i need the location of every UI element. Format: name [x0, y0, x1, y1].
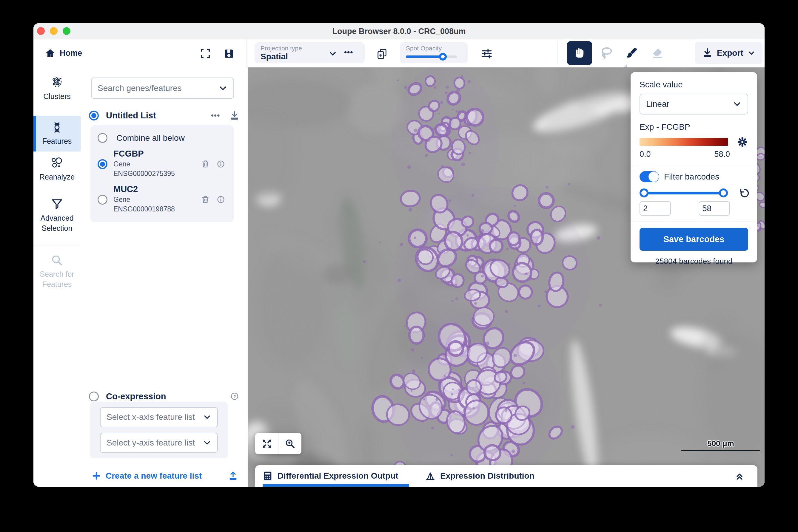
- hand-icon: [573, 46, 586, 60]
- distribution-chart-icon: [425, 471, 435, 481]
- search-icon: [51, 254, 63, 267]
- pan-tool-button[interactable]: [567, 41, 592, 65]
- svg-text:?: ?: [233, 394, 236, 399]
- chevron-down-icon: [203, 439, 211, 447]
- clusters-icon: [51, 76, 63, 89]
- projection-type-control[interactable]: Projection type Spatial •••: [255, 42, 365, 63]
- filter-barcodes-toggle[interactable]: [639, 171, 659, 182]
- projection-menu-button[interactable]: •••: [344, 48, 353, 57]
- download-icon: [702, 48, 713, 58]
- sidebar-item-clusters[interactable]: Clusters: [33, 76, 80, 101]
- brush-tool-button[interactable]: [619, 41, 644, 65]
- zoom-in-button[interactable]: [278, 433, 302, 454]
- toolbar-divider: [246, 39, 247, 68]
- feature-type: Gene: [113, 160, 130, 168]
- colormap-min-value: 0.0: [639, 150, 651, 159]
- spot-opacity-label: Spot Opacity: [406, 45, 442, 52]
- upload-icon[interactable]: [228, 471, 238, 481]
- tab-differential-expression-output[interactable]: Differential Expression Output: [262, 465, 398, 487]
- app-window: Loupe Browser 8.0.0 - CRC_008um Home Pro…: [33, 23, 765, 487]
- calculator-icon: [262, 471, 273, 481]
- plus-icon: [92, 472, 101, 480]
- download-list-icon[interactable]: [230, 111, 240, 121]
- feature-list-name: Untitled List: [106, 111, 201, 120]
- trash-icon[interactable]: [200, 159, 211, 169]
- collapse-panel-icon[interactable]: [734, 471, 745, 481]
- create-feature-list-label: Create a new feature list: [106, 471, 202, 481]
- reset-filter-icon[interactable]: [739, 188, 750, 199]
- rail-divider: [33, 245, 80, 245]
- scale-mode-select[interactable]: Linear: [639, 94, 748, 115]
- coexpression-card: Select x-axis feature list Select y-axis…: [90, 402, 228, 458]
- bottom-tab-bar: Differential Expression Output Expressio…: [255, 465, 757, 487]
- desktop-background: Loupe Browser 8.0.0 - CRC_008um Home Pro…: [0, 0, 798, 532]
- fit-view-button[interactable]: [255, 433, 278, 454]
- tab-expression-distribution[interactable]: Expression Distribution: [425, 465, 534, 487]
- fullscreen-icon[interactable]: [200, 48, 211, 59]
- gear-icon[interactable]: [737, 136, 748, 148]
- sidebar-item-label: Clusters: [43, 91, 71, 101]
- info-icon[interactable]: [216, 194, 226, 205]
- spot-opacity-slider[interactable]: [406, 55, 457, 58]
- chevron-down-icon: [203, 413, 211, 421]
- feature-list-header: Untitled List •••: [89, 107, 240, 124]
- sidebar-item-advanced-selection[interactable]: Advanced Selection: [33, 198, 80, 233]
- save-icon[interactable]: [223, 48, 235, 59]
- window-title: Loupe Browser 8.0.0 - CRC_008um: [33, 23, 765, 39]
- scale-bar-label: 500 μm: [681, 439, 760, 448]
- create-feature-list-button[interactable]: Create a new feature list: [92, 468, 238, 484]
- spatial-viewer[interactable]: Scale value Linear Exp - FCGBP: [248, 68, 765, 487]
- sidebar-item-search-for-features[interactable]: Search for Features: [33, 254, 80, 289]
- trash-icon[interactable]: [200, 194, 211, 205]
- export-button[interactable]: Export: [695, 42, 762, 64]
- sidebar-item-label: Reanalyze: [39, 172, 75, 182]
- titlebar: Loupe Browser 8.0.0 - CRC_008um: [33, 23, 765, 39]
- coexpression-label: Co-expression: [106, 392, 220, 401]
- spot-opacity-handle[interactable]: [439, 53, 447, 60]
- expression-colormap-gradient: [639, 138, 728, 146]
- x-axis-feature-select[interactable]: Select x-axis feature list: [100, 407, 218, 427]
- filter-min-input[interactable]: [639, 201, 671, 215]
- filter-range-max-handle[interactable]: [719, 188, 728, 197]
- info-icon[interactable]: [216, 159, 226, 169]
- main-toolbar: Home Projection type Spatial •••: [33, 39, 765, 68]
- chevron-down-icon[interactable]: [329, 50, 337, 58]
- chevron-down-icon: [733, 100, 742, 109]
- help-icon[interactable]: ?: [230, 391, 240, 401]
- filter-range-slider[interactable]: [639, 188, 748, 198]
- filter-max-input[interactable]: [699, 201, 730, 215]
- feature-name: MUC2: [113, 184, 234, 194]
- sidebar-item-reanalyze[interactable]: Reanalyze: [33, 157, 80, 182]
- expression-feature-label: Exp - FCGBP: [639, 122, 748, 132]
- expand-arrows-icon: [261, 438, 272, 449]
- scale-value-title: Scale value: [639, 80, 748, 90]
- reanalyze-icon: [51, 157, 63, 169]
- filter-range-min-handle[interactable]: [639, 188, 649, 197]
- panel-divider: [631, 165, 757, 165]
- untitled-list-radio[interactable]: [89, 111, 99, 120]
- coexpression-radio[interactable]: [89, 392, 99, 401]
- sidebar-item-features[interactable]: Features: [33, 116, 80, 151]
- zoom-in-icon: [285, 438, 295, 449]
- eraser-tool-button[interactable]: [645, 41, 670, 65]
- feature-ensembl-id: ENSG00000275395: [113, 170, 234, 178]
- feature-ensembl-id: ENSG00000198788: [113, 205, 234, 213]
- display-settings-icon[interactable]: [481, 48, 492, 59]
- export-label: Export: [717, 48, 743, 58]
- lasso-tool-button[interactable]: [594, 41, 619, 65]
- combine-all-radio[interactable]: [97, 133, 107, 143]
- viewer-zoom-controls: [255, 433, 302, 454]
- feature-name: FCGBP: [113, 149, 234, 159]
- home-label: Home: [60, 49, 82, 58]
- tools-divider: [557, 42, 558, 64]
- features-panel: Search genes/features Untitled List ••• …: [80, 68, 248, 487]
- list-menu-button[interactable]: •••: [211, 111, 220, 120]
- chevron-down-icon: [747, 49, 755, 57]
- save-barcodes-button[interactable]: Save barcodes: [639, 228, 748, 251]
- feature-radio[interactable]: [97, 159, 107, 169]
- duplicate-view-icon[interactable]: [376, 48, 388, 60]
- feature-radio[interactable]: [97, 195, 107, 205]
- home-button[interactable]: Home: [45, 39, 82, 68]
- y-axis-feature-select[interactable]: Select y-axis feature list: [100, 433, 218, 453]
- search-genes-select[interactable]: Search genes/features: [91, 78, 234, 99]
